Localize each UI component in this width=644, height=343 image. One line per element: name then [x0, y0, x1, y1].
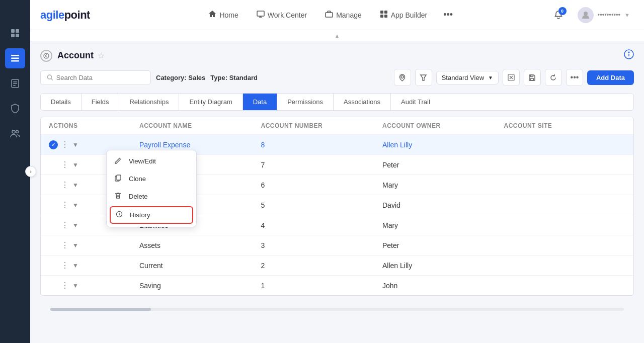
- refresh-btn[interactable]: [545, 69, 562, 86]
- user-menu[interactable]: •••••••••• ▼: [574, 5, 634, 25]
- page-title: Account: [57, 50, 94, 61]
- sidebar-item-reports[interactable]: [5, 73, 25, 94]
- row-expand-btn[interactable]: ▼: [72, 182, 78, 189]
- search-box[interactable]: [40, 70, 151, 85]
- nav-item-appbuilder[interactable]: App Builder: [372, 6, 435, 24]
- row-menu-btn[interactable]: ⋮: [61, 220, 69, 230]
- scrollbar-thumb[interactable]: [50, 308, 151, 311]
- cell-account-owner[interactable]: Allen Lilly: [382, 141, 504, 149]
- nav-item-manage[interactable]: Manage: [317, 6, 370, 24]
- add-data-button[interactable]: Add Data: [587, 70, 634, 85]
- sidebar-item-data[interactable]: [5, 48, 25, 68]
- cell-account-number: 3: [261, 241, 383, 249]
- search-input[interactable]: [56, 74, 144, 81]
- search-icon: [47, 74, 53, 81]
- row-expand-btn[interactable]: ▼: [72, 262, 78, 269]
- svg-point-21: [584, 12, 588, 16]
- row-expand-btn[interactable]: ▼: [72, 141, 78, 148]
- sidebar-toggle[interactable]: ›: [25, 166, 36, 177]
- row-checkbox-empty[interactable]: [49, 201, 58, 210]
- svg-point-26: [47, 75, 51, 79]
- svg-line-27: [51, 78, 53, 80]
- view-select[interactable]: Standard View ▼: [436, 71, 499, 84]
- row-menu-btn[interactable]: ⋮: [61, 140, 69, 149]
- view-edit-icon: [115, 157, 124, 165]
- cell-account-name[interactable]: Payroll Expense: [139, 141, 261, 149]
- row-expand-btn[interactable]: ▼: [72, 222, 78, 229]
- menu-item-clone[interactable]: Clone: [107, 170, 196, 188]
- row-actions: ⋮ ▼: [49, 261, 139, 270]
- context-menu: View/Edit Clone Delete: [106, 150, 197, 227]
- row-checkbox-empty[interactable]: [49, 181, 58, 190]
- svg-rect-18: [384, 11, 387, 14]
- row-checkbox-empty[interactable]: [49, 221, 58, 230]
- row-menu-btn[interactable]: ⋮: [61, 160, 69, 169]
- avatar: [578, 7, 594, 23]
- tab-relationships[interactable]: Relationships: [119, 94, 179, 110]
- row-menu-btn[interactable]: ⋮: [61, 180, 69, 190]
- horizontal-scrollbar[interactable]: [50, 308, 624, 311]
- sidebar-item-security[interactable]: [5, 99, 25, 119]
- nav-item-home[interactable]: Home: [200, 6, 246, 24]
- col-account-owner: Account Owner: [382, 122, 504, 129]
- svg-rect-13: [257, 11, 264, 16]
- back-button[interactable]: [40, 50, 52, 62]
- svg-point-12: [16, 131, 19, 133]
- menu-item-delete[interactable]: Delete: [107, 188, 196, 205]
- tab-fields[interactable]: Fields: [82, 94, 120, 110]
- category-label: Category: Sales: [156, 74, 205, 81]
- row-checkbox-empty[interactable]: [49, 160, 58, 169]
- cell-account-number: 2: [261, 262, 383, 270]
- svg-rect-17: [380, 11, 383, 14]
- row-checkbox-empty[interactable]: [49, 281, 58, 290]
- delete-icon: [115, 192, 124, 201]
- nav-item-workcenter[interactable]: Work Center: [249, 6, 315, 24]
- tab-details[interactable]: Details: [41, 94, 82, 110]
- tab-associations[interactable]: Associations: [334, 94, 391, 110]
- nav-right: 0 •••••••••• ▼: [549, 5, 634, 25]
- collapse-bar[interactable]: ▲: [30, 30, 644, 41]
- logo-area: agilepoint: [40, 9, 90, 22]
- row-menu-btn[interactable]: ⋮: [61, 240, 69, 250]
- tab-data[interactable]: Data: [243, 94, 277, 110]
- nav-home-label: Home: [219, 11, 238, 19]
- sidebar-item-dashboard[interactable]: [5, 23, 25, 43]
- row-expand-btn[interactable]: ▼: [72, 161, 78, 168]
- row-checkbox[interactable]: ✓: [49, 140, 58, 149]
- logo-text: agilepoint: [40, 9, 90, 22]
- page-header: Account ☆: [40, 49, 634, 62]
- info-icon[interactable]: [624, 49, 634, 62]
- nav-appbuilder-label: App Builder: [391, 11, 427, 19]
- cell-account-owner: Mary: [382, 221, 504, 229]
- row-actions: ✓ ⋮ ▼: [49, 140, 139, 149]
- row-checkbox-empty[interactable]: [49, 241, 58, 250]
- menu-item-view-edit[interactable]: View/Edit: [107, 152, 196, 170]
- filter-btn[interactable]: [415, 69, 432, 86]
- history-icon: [116, 211, 125, 219]
- row-menu-btn[interactable]: ⋮: [61, 281, 69, 290]
- row-menu-btn[interactable]: ⋮: [61, 200, 69, 210]
- row-menu-btn[interactable]: ⋮: [61, 261, 69, 270]
- row-expand-btn[interactable]: ▼: [72, 282, 78, 289]
- tab-permissions[interactable]: Permissions: [277, 94, 334, 110]
- notification-button[interactable]: 0: [549, 6, 568, 24]
- more-options-btn[interactable]: •••: [566, 69, 583, 86]
- row-checkbox-empty[interactable]: [49, 261, 58, 270]
- top-navigation: agilepoint Home Work Center Manage: [30, 0, 644, 30]
- row-expand-btn[interactable]: ▼: [72, 202, 78, 209]
- table-row: ⋮ ▼ Saving 1 John: [41, 276, 633, 295]
- menu-item-history[interactable]: History: [110, 206, 193, 224]
- nav-more-btn[interactable]: •••: [437, 6, 459, 24]
- cell-account-owner: Peter: [382, 161, 504, 169]
- row-expand-btn[interactable]: ▼: [72, 242, 78, 249]
- sidebar-item-users[interactable]: [5, 124, 25, 144]
- tab-audit-trail[interactable]: Audit Trail: [391, 94, 440, 110]
- save-btn[interactable]: [524, 69, 541, 86]
- tab-entity-diagram[interactable]: Entity Diagram: [179, 94, 243, 110]
- svg-point-11: [12, 130, 15, 133]
- cell-account-number[interactable]: 8: [261, 141, 383, 149]
- location-btn[interactable]: [394, 69, 411, 86]
- favorite-icon[interactable]: ☆: [98, 51, 105, 60]
- export-excel-btn[interactable]: [503, 69, 520, 86]
- svg-rect-34: [531, 75, 533, 77]
